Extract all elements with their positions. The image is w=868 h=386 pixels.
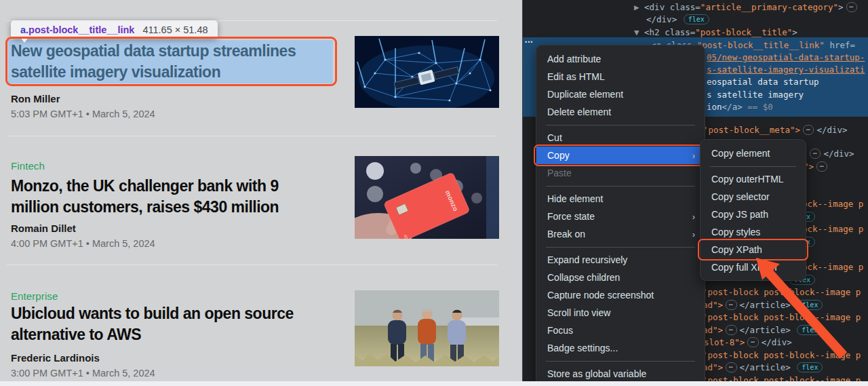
context-menu-item-copy[interactable]: Copy› xyxy=(536,147,705,164)
context-menu-item-scroll-into-view[interactable]: Scroll into view xyxy=(536,304,705,322)
context-menu-item-focus[interactable]: Focus xyxy=(536,322,705,339)
context-menu-item-duplicate-element[interactable]: Duplicate element xyxy=(536,85,705,103)
menu-item-label: Focus xyxy=(547,325,573,336)
flex-badge[interactable]: flex xyxy=(684,14,709,24)
code-line[interactable]: ▼ <h2 class="post-block__title"> xyxy=(634,26,797,38)
code-line[interactable]: 'post-block__meta">⋯</div> xyxy=(703,124,848,136)
code-token: 'post-block post-block--image p xyxy=(703,350,861,360)
code-line[interactable]: ▶ <div class="article__primary-category"… xyxy=(634,1,860,13)
menu-item-label: Copy selector xyxy=(711,191,770,202)
code-token: href= xyxy=(825,40,855,50)
code-token: </div> xyxy=(646,14,682,24)
submenu-item-copy-js-path[interactable]: Copy JS path xyxy=(701,206,806,223)
submenu-chevron-icon: › xyxy=(692,229,695,239)
code-token: ion xyxy=(707,102,722,112)
code-token: "post-block__title" xyxy=(695,27,792,37)
code-line[interactable]: ion</a> == $0 xyxy=(707,101,773,113)
code-line[interactable]: eospatial data startup xyxy=(707,76,819,88)
submenu-item-copy-outerhtml[interactable]: Copy outerHTML xyxy=(701,170,806,188)
menu-item-label: Force state xyxy=(547,211,595,222)
more-attributes-badge[interactable]: ⋯ xyxy=(726,325,736,335)
code-line[interactable]: 'post-block post-block--image p xyxy=(703,286,861,298)
code-line[interactable]: ad">⋯</article> flex xyxy=(703,324,824,336)
flex-badge[interactable]: flex xyxy=(797,300,823,310)
menu-item-label: Add attribute xyxy=(547,54,601,64)
flex-badge[interactable]: flex xyxy=(797,362,823,372)
code-token: ad"> xyxy=(703,300,723,310)
more-attributes-badge[interactable]: ⋯ xyxy=(726,300,736,310)
submenu-chevron-icon: › xyxy=(692,151,695,161)
code-token: </div> xyxy=(816,125,847,135)
code-line[interactable]: ad">⋯</article> flex xyxy=(703,299,824,311)
submenu-item-copy-full-xpath[interactable]: Copy full XPath xyxy=(701,258,806,276)
code-token: ▼ xyxy=(634,27,644,37)
code-token: == $0 xyxy=(743,102,773,112)
context-menu-item-delete-element[interactable]: Delete element xyxy=(536,103,705,121)
submenu-chevron-icon: › xyxy=(692,212,695,222)
menu-item-label: Badge settings... xyxy=(547,343,618,353)
code-line[interactable]: ">⋯ xyxy=(804,161,830,172)
code-token: eospatial data startup xyxy=(707,77,819,87)
menu-item-label: Scroll into view xyxy=(547,307,610,318)
menu-separator xyxy=(536,121,705,129)
code-token: 05/new-geospatial-data-startup- xyxy=(707,52,865,62)
more-attributes-badge[interactable]: ⋯ xyxy=(810,149,821,159)
menu-item-label: Duplicate element xyxy=(547,89,623,100)
submenu-item-copy-selector[interactable]: Copy selector xyxy=(701,188,806,206)
context-menu-item-capture-node-screenshot[interactable]: Capture node screenshot xyxy=(536,286,705,304)
context-menu-item-collapse-children[interactable]: Collapse children xyxy=(536,269,705,286)
code-token: 'post-block post-block--image p xyxy=(703,287,861,297)
tooltip-tag: a xyxy=(20,24,26,35)
code-token: slot-8"> xyxy=(704,337,745,347)
menu-item-label: Cut xyxy=(547,132,562,143)
code-token: ad"> xyxy=(703,362,723,372)
code-line[interactable]: 'post-block post-block--image p xyxy=(703,311,861,323)
menu-item-label: Copy outerHTML xyxy=(711,174,784,185)
menu-item-label: Copy element xyxy=(711,148,770,159)
code-line[interactable]: 'post-block post-block--image p xyxy=(703,349,861,361)
more-attributes-badge[interactable]: ⋯ xyxy=(846,2,857,12)
menu-item-label: Copy styles xyxy=(711,227,760,237)
context-menu-item-expand-recursively[interactable]: Expand recursively xyxy=(536,251,705,269)
code-token: > xyxy=(792,27,797,37)
code-line[interactable]: s satellite imagery xyxy=(707,89,804,100)
copy-submenu: Copy elementCopy outerHTMLCopy selectorC… xyxy=(700,139,806,281)
more-attributes-badge[interactable]: ⋯ xyxy=(803,125,814,135)
more-attributes-badge[interactable]: ⋯ xyxy=(747,337,758,347)
flex-badge[interactable]: flex xyxy=(797,325,823,335)
menu-item-label: Delete element xyxy=(547,107,611,117)
context-menu-item-break-on[interactable]: Break on› xyxy=(536,225,705,243)
context-menu-item-badge-settings[interactable]: Badge settings... xyxy=(536,339,705,357)
code-token: s satellite imagery xyxy=(707,90,804,100)
context-menu-item-edit-as-html[interactable]: Edit as HTML xyxy=(536,68,705,85)
context-menu-item-add-attribute[interactable]: Add attribute xyxy=(536,50,705,68)
submenu-item-copy-styles[interactable]: Copy styles xyxy=(701,223,806,241)
more-attributes-badge[interactable]: ⋯ xyxy=(816,161,827,172)
context-menu-item-store-as-global-variable[interactable]: Store as global variable xyxy=(536,365,705,383)
code-token: </article> xyxy=(740,300,796,310)
menu-separator xyxy=(701,162,806,170)
context-menu-item-paste: Paste xyxy=(536,164,705,182)
menu-item-label: Store as global variable xyxy=(547,368,646,379)
code-token: </div> xyxy=(823,149,854,159)
tooltip-dimensions: 411.65 × 51.48 xyxy=(142,24,208,35)
code-line[interactable]: </div> flex xyxy=(646,14,711,25)
code-line[interactable]: 05/new-geospatial-data-startup- xyxy=(707,52,865,63)
submenu-item-copy-xpath[interactable]: Copy XPath xyxy=(701,241,806,258)
context-menu-item-force-state[interactable]: Force state› xyxy=(536,208,705,225)
submenu-item-copy-element[interactable]: Copy element xyxy=(701,144,806,162)
menu-item-label: Edit as HTML xyxy=(547,71,605,82)
code-line[interactable]: s-satellite-imagery-visualizati xyxy=(707,64,865,75)
more-attributes-badge[interactable]: ⋯ xyxy=(726,362,736,372)
element-context-menu: Add attributeEdit as HTMLDuplicate eleme… xyxy=(536,45,705,386)
code-token: ad"> xyxy=(703,325,723,335)
context-menu-item-cut[interactable]: Cut xyxy=(536,129,705,147)
context-menu-item-hide-element[interactable]: Hide element xyxy=(536,190,705,208)
code-token: </article> xyxy=(740,325,796,335)
code-line[interactable]: ad">⋯</article> flex xyxy=(703,362,824,373)
code-line[interactable]: ⋯</div> xyxy=(807,148,854,159)
code-token: "post-block__title__link" xyxy=(697,40,825,50)
code-token: > xyxy=(838,2,844,12)
code-token: 'post-block__meta"> xyxy=(703,125,800,135)
code-line[interactable]: slot-8">⋯</div> xyxy=(704,336,792,348)
